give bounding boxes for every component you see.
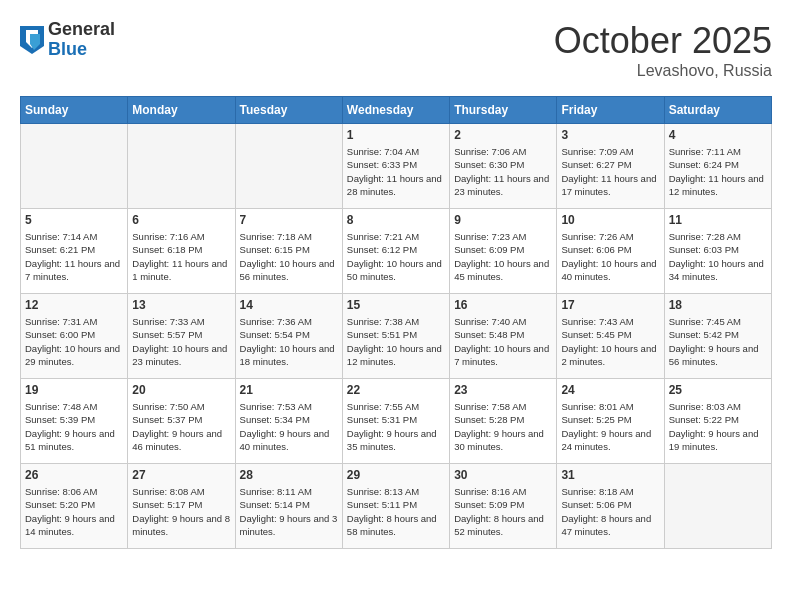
calendar-cell [664, 464, 771, 549]
day-number: 31 [561, 468, 659, 482]
weekday-header: Friday [557, 97, 664, 124]
day-number: 10 [561, 213, 659, 227]
day-info: Sunrise: 7:45 AMSunset: 5:42 PMDaylight:… [669, 315, 767, 368]
calendar-cell: 5Sunrise: 7:14 AMSunset: 6:21 PMDaylight… [21, 209, 128, 294]
calendar-cell: 25Sunrise: 8:03 AMSunset: 5:22 PMDayligh… [664, 379, 771, 464]
calendar-cell: 30Sunrise: 8:16 AMSunset: 5:09 PMDayligh… [450, 464, 557, 549]
day-info: Sunrise: 7:18 AMSunset: 6:15 PMDaylight:… [240, 230, 338, 283]
day-number: 9 [454, 213, 552, 227]
calendar-cell: 2Sunrise: 7:06 AMSunset: 6:30 PMDaylight… [450, 124, 557, 209]
day-info: Sunrise: 7:58 AMSunset: 5:28 PMDaylight:… [454, 400, 552, 453]
day-info: Sunrise: 7:55 AMSunset: 5:31 PMDaylight:… [347, 400, 445, 453]
day-number: 2 [454, 128, 552, 142]
day-info: Sunrise: 7:09 AMSunset: 6:27 PMDaylight:… [561, 145, 659, 198]
day-info: Sunrise: 7:38 AMSunset: 5:51 PMDaylight:… [347, 315, 445, 368]
day-number: 8 [347, 213, 445, 227]
day-info: Sunrise: 7:16 AMSunset: 6:18 PMDaylight:… [132, 230, 230, 283]
day-number: 11 [669, 213, 767, 227]
day-number: 26 [25, 468, 123, 482]
day-number: 20 [132, 383, 230, 397]
calendar-cell [235, 124, 342, 209]
day-info: Sunrise: 8:16 AMSunset: 5:09 PMDaylight:… [454, 485, 552, 538]
day-info: Sunrise: 8:08 AMSunset: 5:17 PMDaylight:… [132, 485, 230, 538]
day-info: Sunrise: 8:11 AMSunset: 5:14 PMDaylight:… [240, 485, 338, 538]
calendar-cell: 7Sunrise: 7:18 AMSunset: 6:15 PMDaylight… [235, 209, 342, 294]
calendar-table: SundayMondayTuesdayWednesdayThursdayFrid… [20, 96, 772, 549]
logo-text: General Blue [48, 20, 115, 60]
calendar-cell: 27Sunrise: 8:08 AMSunset: 5:17 PMDayligh… [128, 464, 235, 549]
location: Levashovo, Russia [554, 62, 772, 80]
day-info: Sunrise: 7:21 AMSunset: 6:12 PMDaylight:… [347, 230, 445, 283]
day-info: Sunrise: 8:13 AMSunset: 5:11 PMDaylight:… [347, 485, 445, 538]
month-year: October 2025 [554, 20, 772, 62]
weekday-header: Thursday [450, 97, 557, 124]
day-info: Sunrise: 7:43 AMSunset: 5:45 PMDaylight:… [561, 315, 659, 368]
page-header: General Blue October 2025 Levashovo, Rus… [20, 20, 772, 80]
day-number: 6 [132, 213, 230, 227]
day-info: Sunrise: 7:36 AMSunset: 5:54 PMDaylight:… [240, 315, 338, 368]
day-info: Sunrise: 7:33 AMSunset: 5:57 PMDaylight:… [132, 315, 230, 368]
calendar-cell [21, 124, 128, 209]
calendar-cell: 16Sunrise: 7:40 AMSunset: 5:48 PMDayligh… [450, 294, 557, 379]
day-number: 21 [240, 383, 338, 397]
weekday-header: Tuesday [235, 97, 342, 124]
calendar-cell: 6Sunrise: 7:16 AMSunset: 6:18 PMDaylight… [128, 209, 235, 294]
logo: General Blue [20, 20, 115, 60]
day-number: 14 [240, 298, 338, 312]
calendar-cell: 12Sunrise: 7:31 AMSunset: 6:00 PMDayligh… [21, 294, 128, 379]
day-number: 18 [669, 298, 767, 312]
calendar-cell: 20Sunrise: 7:50 AMSunset: 5:37 PMDayligh… [128, 379, 235, 464]
day-info: Sunrise: 7:23 AMSunset: 6:09 PMDaylight:… [454, 230, 552, 283]
calendar-cell: 17Sunrise: 7:43 AMSunset: 5:45 PMDayligh… [557, 294, 664, 379]
calendar-week-row: 12Sunrise: 7:31 AMSunset: 6:00 PMDayligh… [21, 294, 772, 379]
logo-icon [20, 26, 44, 54]
weekday-header: Monday [128, 97, 235, 124]
day-info: Sunrise: 7:14 AMSunset: 6:21 PMDaylight:… [25, 230, 123, 283]
calendar-week-row: 19Sunrise: 7:48 AMSunset: 5:39 PMDayligh… [21, 379, 772, 464]
day-number: 28 [240, 468, 338, 482]
calendar-cell: 29Sunrise: 8:13 AMSunset: 5:11 PMDayligh… [342, 464, 449, 549]
day-info: Sunrise: 7:06 AMSunset: 6:30 PMDaylight:… [454, 145, 552, 198]
calendar-cell: 28Sunrise: 8:11 AMSunset: 5:14 PMDayligh… [235, 464, 342, 549]
day-number: 4 [669, 128, 767, 142]
weekday-header: Sunday [21, 97, 128, 124]
calendar-cell: 10Sunrise: 7:26 AMSunset: 6:06 PMDayligh… [557, 209, 664, 294]
day-number: 16 [454, 298, 552, 312]
day-info: Sunrise: 7:31 AMSunset: 6:00 PMDaylight:… [25, 315, 123, 368]
calendar-cell: 1Sunrise: 7:04 AMSunset: 6:33 PMDaylight… [342, 124, 449, 209]
day-number: 12 [25, 298, 123, 312]
weekday-header: Saturday [664, 97, 771, 124]
day-number: 13 [132, 298, 230, 312]
day-number: 19 [25, 383, 123, 397]
calendar-week-row: 5Sunrise: 7:14 AMSunset: 6:21 PMDaylight… [21, 209, 772, 294]
calendar-cell: 24Sunrise: 8:01 AMSunset: 5:25 PMDayligh… [557, 379, 664, 464]
weekday-header: Wednesday [342, 97, 449, 124]
day-number: 29 [347, 468, 445, 482]
day-info: Sunrise: 7:04 AMSunset: 6:33 PMDaylight:… [347, 145, 445, 198]
day-number: 1 [347, 128, 445, 142]
calendar-cell: 13Sunrise: 7:33 AMSunset: 5:57 PMDayligh… [128, 294, 235, 379]
calendar-week-row: 26Sunrise: 8:06 AMSunset: 5:20 PMDayligh… [21, 464, 772, 549]
calendar-cell [128, 124, 235, 209]
day-number: 17 [561, 298, 659, 312]
day-number: 25 [669, 383, 767, 397]
day-number: 5 [25, 213, 123, 227]
day-info: Sunrise: 8:18 AMSunset: 5:06 PMDaylight:… [561, 485, 659, 538]
calendar-cell: 4Sunrise: 7:11 AMSunset: 6:24 PMDaylight… [664, 124, 771, 209]
day-number: 24 [561, 383, 659, 397]
day-info: Sunrise: 8:06 AMSunset: 5:20 PMDaylight:… [25, 485, 123, 538]
calendar-week-row: 1Sunrise: 7:04 AMSunset: 6:33 PMDaylight… [21, 124, 772, 209]
calendar-cell: 21Sunrise: 7:53 AMSunset: 5:34 PMDayligh… [235, 379, 342, 464]
day-info: Sunrise: 7:48 AMSunset: 5:39 PMDaylight:… [25, 400, 123, 453]
day-number: 15 [347, 298, 445, 312]
calendar-cell: 31Sunrise: 8:18 AMSunset: 5:06 PMDayligh… [557, 464, 664, 549]
day-info: Sunrise: 8:01 AMSunset: 5:25 PMDaylight:… [561, 400, 659, 453]
calendar-cell: 22Sunrise: 7:55 AMSunset: 5:31 PMDayligh… [342, 379, 449, 464]
day-number: 7 [240, 213, 338, 227]
month-title: October 2025 Levashovo, Russia [554, 20, 772, 80]
day-number: 27 [132, 468, 230, 482]
day-info: Sunrise: 8:03 AMSunset: 5:22 PMDaylight:… [669, 400, 767, 453]
calendar-cell: 9Sunrise: 7:23 AMSunset: 6:09 PMDaylight… [450, 209, 557, 294]
calendar-cell: 26Sunrise: 8:06 AMSunset: 5:20 PMDayligh… [21, 464, 128, 549]
calendar-cell: 23Sunrise: 7:58 AMSunset: 5:28 PMDayligh… [450, 379, 557, 464]
